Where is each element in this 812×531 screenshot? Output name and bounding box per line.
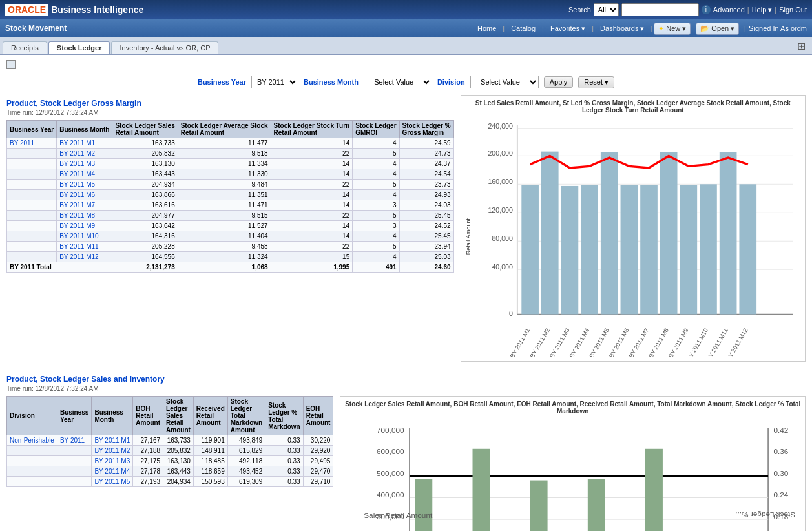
year-cell [57,466,91,477]
search-type-select[interactable]: All [594,3,619,16]
pct-markdown-cell: 0.33 [265,466,303,477]
svg-rect-68 [473,449,490,531]
search-area: Search All i Advanced | Help ▾ | Sign Ou… [568,3,807,16]
grid-icon[interactable]: ⊞ [793,39,809,54]
received-cell: 118,659 [193,466,227,477]
col2-markdown: StockLedgerTotalMarkdownAmount [227,397,265,435]
col2-month: BusinessMonth [92,397,133,435]
catalog-nav[interactable]: Catalog [506,23,541,34]
table-row: BY 2011 M3 27,175 163,130 118,485 492,11… [7,456,333,466]
search-label: Search [568,6,591,14]
col-header-gm: Stock Ledger %Gross Margin [399,121,453,138]
div-cell [7,446,57,456]
gmroi-cell: 5 [353,149,399,159]
stock-turn-cell: 14 [271,169,353,180]
main-content: Business Year BY 2011 Business Month --S… [0,55,812,531]
month-cell: BY 2011 M12 [57,252,112,262]
total-avg-stock: 1,068 [178,262,271,273]
reset-button[interactable]: Reset ▾ [578,76,614,88]
bm-filter-select[interactable]: --Select Value-- [364,76,432,88]
search-input[interactable] [621,3,699,16]
avg-stock-cell: 9,458 [178,242,271,252]
svg-text:0.30: 0.30 [774,469,789,477]
col-header-gmroi: Stock LedgerGMROI [353,121,399,138]
gmroi-cell: 4 [353,159,399,169]
svg-text:BY 2011 M7: BY 2011 M7 [628,327,650,357]
svg-rect-18 [581,185,598,315]
section1-chart-area: St Led Sales Retail Amount, St Led % Gro… [461,95,806,362]
svg-text:Sales Retail Amount: Sales Retail Amount [364,511,433,519]
col2-pct-markdown: StockLedger %TotalMarkdown [265,397,303,435]
svg-text:BY 2011 M1: BY 2011 M1 [509,327,531,357]
section1-chart: St Led Sales Retail Amount, St Led % Gro… [461,95,806,362]
oracle-logo: ORACLE [5,4,48,16]
sales-cell: 163,130 [163,456,194,466]
stock-turn-cell: 14 [271,190,353,200]
table-row: Non-Perishable BY 2011 BY 2011 M1 27,167… [7,435,333,446]
table-row: BY 2011 M2 205,832 9,518 22 5 24.73 [7,149,454,159]
home-nav[interactable]: Home [472,23,501,34]
markdown-cell: 493,452 [227,466,265,477]
total-sales: 2,131,273 [112,262,178,273]
table-row: BY 2011 M7 163,616 11,471 14 3 24.03 [7,200,454,211]
col2-boh: BOHRetailAmount [133,397,163,435]
div-filter-select[interactable]: --Select Value-- [470,76,539,88]
svg-text:BY 2011 M9: BY 2011 M9 [667,327,689,357]
pct-markdown-cell: 0.33 [265,446,303,456]
stock-turn-cell: 14 [271,231,353,242]
advanced-link[interactable]: Advanced [713,6,745,14]
svg-text:500,000: 500,000 [377,469,404,477]
svg-text:BY 2011 M3: BY 2011 M3 [548,327,570,357]
apply-button[interactable]: Apply [544,76,574,88]
year-cell [7,242,57,252]
table-row: BY 2011 M5 27,193 204,934 150,593 619,30… [7,477,333,487]
year-cell: BY 2011 [57,435,91,446]
minimize-icon[interactable] [6,60,16,69]
svg-rect-22 [660,152,677,315]
svg-text:BY 2011 M11: BY 2011 M11 [705,327,729,357]
svg-rect-21 [640,185,658,315]
section2-title: Product, Stock Ledger Sales and Inventor… [6,375,806,384]
div-cell: Non-Perishable [7,435,57,446]
svg-text:0.36: 0.36 [774,447,789,455]
boh-cell: 27,167 [133,435,163,446]
svg-text:200,000: 200,000 [488,149,513,157]
search-info-icon[interactable]: i [702,5,711,14]
col-header-sales: Stock Ledger SalesRetail Amount [112,121,178,138]
open-dropdown[interactable]: 📂 Open ▾ [696,23,739,35]
boh-cell: 27,175 [133,456,163,466]
section2-chart-area: Stock Ledger Sales Retail Amount, BOH Re… [340,396,806,531]
tab-receipts[interactable]: Receipts [3,41,47,54]
received-cell: 150,593 [193,477,227,487]
year-cell [7,231,57,242]
year-cell [7,200,57,211]
by-filter-select[interactable]: BY 2011 [251,76,298,88]
signed-in-label: Signed In As ordm [749,25,807,32]
tab-inventory[interactable]: Inventory - Actual vs OR, CP [111,41,218,54]
signout-link[interactable]: Sign Out [779,6,807,14]
help-link[interactable]: Help ▾ [752,6,773,14]
svg-text:0: 0 [509,309,513,317]
col-header-month: Business Month [57,121,112,138]
tabs-bar: Receipts Stock Ledger Inventory - Actual… [0,37,812,55]
section2-chart-svg: 700,000 600,000 500,000 400,000 300,000 … [344,417,801,531]
div-cell [7,477,57,487]
year-cell [7,180,57,190]
svg-rect-20 [620,185,638,315]
sales-cell: 204,934 [112,180,178,190]
new-dropdown[interactable]: ✦ New ▾ [654,23,691,35]
favorites-nav[interactable]: Favorites ▾ [545,23,590,34]
gmroi-cell: 5 [353,211,399,221]
sales-cell: 163,733 [163,435,194,446]
dashboards-nav[interactable]: Dashboards ▾ [595,23,649,34]
stock-turn-cell: 15 [271,252,353,262]
svg-rect-76 [588,479,605,531]
month-cell: BY 2011 M8 [57,211,112,221]
section2-chart: Stock Ledger Sales Retail Amount, BOH Re… [340,396,806,531]
table-row: BY 2011 M11 205,228 9,458 22 5 23.94 [7,242,454,252]
tab-stock-ledger[interactable]: Stock Ledger [48,41,110,54]
sales-cell: 205,832 [112,149,178,159]
month-cell: BY 2011 M4 [92,466,133,477]
svg-rect-24 [700,184,717,314]
gmroi-cell: 4 [353,169,399,180]
